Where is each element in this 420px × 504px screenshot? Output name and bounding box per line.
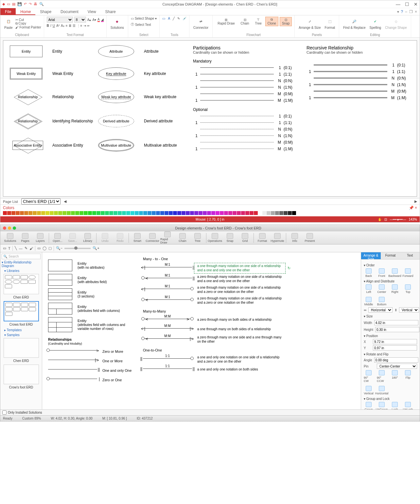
tab-arrange-size[interactable]: Arrange & Size [361,252,381,260]
weak-key-shape[interactable]: Weak key attribute [98,91,134,103]
lock-button[interactable]: Lock [390,402,400,409]
flip-h-button[interactable]: Horizontal [377,386,387,395]
chain-button[interactable]: ⊟Chain [238,17,251,26]
rel-one-only[interactable]: || [48,369,97,374]
qat-redo-icon[interactable]: ↷ [29,2,32,6]
align-left-button[interactable]: Left [364,284,374,294]
text-tool-icon[interactable]: A [168,17,170,20]
align-bottom-button[interactable]: Bottom [377,297,387,306]
dist-v-select[interactable]: Vertical [399,307,419,313]
indent-icon[interactable]: ⇥ [83,24,86,27]
rot-ccw-button[interactable]: 90° CCW [377,370,387,383]
italic-button[interactable]: I [50,24,51,27]
tab-share[interactable]: Share [101,8,120,15]
tab-format[interactable]: Format [381,252,400,260]
pen-tool-icon[interactable]: ✎ [25,246,27,250]
tab-document[interactable]: Document [56,8,83,15]
rect-tool-icon[interactable]: ▭ [37,246,41,250]
underline-button[interactable]: U [53,24,55,27]
tb-smart-button[interactable]: Smart [130,233,145,243]
tab-file[interactable]: File [0,8,16,15]
identifying-rel-shape[interactable]: Relationship [10,114,46,128]
rot-180-button[interactable]: 180° [390,370,400,383]
tb-connector-button[interactable]: Connector [145,233,160,243]
tab-view[interactable]: View [83,8,101,15]
ribbon-opt-icon[interactable]: ▾ [397,9,399,15]
canvas-area[interactable]: Entity Entity Attribute Attribute Weak E… [0,38,420,198]
zoom-select[interactable]: Custom 89% [22,417,41,420]
format-button[interactable]: ⬚Format [324,17,337,30]
outdent-icon[interactable]: ⇤ [87,24,90,27]
flip-v-button[interactable]: Vertical [364,386,374,395]
derived-attr-shape[interactable]: Derived attribute [98,115,134,127]
flip-button[interactable]: Flip [403,370,413,383]
tab-shape[interactable]: Shape [35,8,56,15]
connector-button[interactable]: ⇄Connector [192,17,210,30]
ungroup-button[interactable]: UnGroup [377,402,387,409]
lib-chen-erd[interactable] [4,274,39,294]
rel-zero-or-one[interactable]: | [48,379,97,383]
entity-3sec-shape[interactable] [48,288,72,300]
order-back-button[interactable]: Back [364,268,374,278]
tb-pages-button[interactable]: Pages [18,233,32,243]
x-input[interactable] [373,339,417,344]
tab-text[interactable]: Text [400,252,420,260]
qat-search-icon[interactable]: 🔍 [39,2,44,6]
tb-library-button[interactable]: Library [80,233,95,243]
only-installed-check[interactable] [2,410,7,415]
rounded-tool-icon[interactable]: ▢ [48,246,52,250]
eyedropper-icon[interactable]: 💉 [183,17,186,20]
lib-crows-foot[interactable] [4,301,39,321]
pin-icon[interactable]: 📌 [409,206,414,210]
rel-zero-or-more[interactable]: ⪫ [48,350,97,355]
y-input[interactable] [373,345,417,351]
minimize-button[interactable]: — [396,2,400,7]
search-input[interactable]: 🔍Search [2,254,41,259]
qat-undo-icon[interactable]: ↶ [24,2,27,6]
align-middle-button[interactable]: Middle [364,297,374,306]
dist-v-icon[interactable]: ⇕ [394,308,397,312]
selected-description[interactable]: a one through many notation on one side … [197,264,282,272]
page-prev-icon[interactable]: ◀ [64,199,66,204]
group-button[interactable]: Group [364,402,374,409]
rel-one-or-more[interactable]: |⪫ [48,360,97,364]
bullets-icon[interactable]: ⋮≡ [77,24,82,27]
hand-tool-icon[interactable]: ✋ [378,218,382,221]
tb-save-button[interactable]: Save... [65,233,80,243]
format-painter-button[interactable]: 🖌Format Painter [15,26,41,29]
tree-root[interactable]: ▾ Entity-Relationship Diagram [2,261,41,268]
help-icon[interactable]: ? [401,9,403,15]
tb-snap-button[interactable]: Snap [223,233,237,243]
tb-redo-button[interactable]: Redo [113,233,127,243]
select-text-button[interactable]: ⓉSelect Text [131,22,157,27]
line-tool-icon[interactable]: ╱ [173,17,175,20]
tb-hypernote-button[interactable]: Hypernote [270,233,285,243]
tb-undo-button[interactable]: Undo [98,233,112,243]
clone-button[interactable]: ⧉Clone [265,17,278,26]
tb-chain-button[interactable]: Chain [175,233,190,243]
tb-info-button[interactable]: Info [288,233,302,243]
tree-button[interactable]: ⊤Tree [253,17,264,26]
dist-h-icon[interactable]: ⇔ [364,308,366,312]
tb-rapid-button[interactable]: Rapid Draw [160,231,175,244]
zoom-in-icon[interactable]: 🔍+ [93,246,99,250]
unlock-button[interactable]: UnLock [403,402,413,409]
align-top-button[interactable]: Top [403,284,413,294]
qat-open-icon[interactable]: ▤ [12,2,15,6]
page-select[interactable]: Chen's ERD (1/1) [21,198,61,205]
multivalue-attr-shape[interactable]: Multivalue attribute [98,139,134,152]
pin-select[interactable]: Center-Center [377,364,417,369]
entity-noattr-shape[interactable] [48,260,72,271]
order-forward-button[interactable]: Forward [403,268,413,278]
increase-font-icon[interactable]: A▴ [87,18,91,22]
find-replace-button[interactable]: 🔎Find & Replace [342,17,367,30]
qat-print-icon[interactable]: 🖶 [34,2,37,6]
win-restore-icon[interactable]: ❐ [409,9,413,15]
win-close-icon[interactable]: × [415,9,417,15]
font-color-icon[interactable]: A [97,18,100,22]
tree-samples[interactable]: ▾ Samples [4,333,41,337]
dist-h-select[interactable]: Horizontal [368,307,393,313]
sample-crow[interactable] [4,365,39,384]
align-right-button[interactable]: Right [390,284,400,294]
tb-grid-button[interactable]: Grid [238,233,252,243]
